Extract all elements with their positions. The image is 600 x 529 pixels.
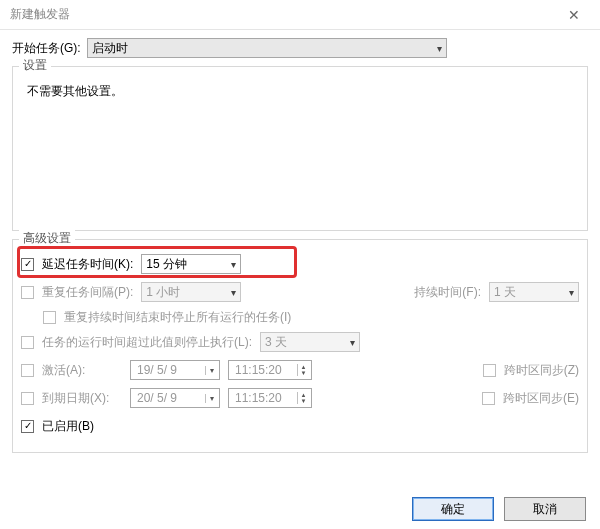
expire-tz-label: 跨时区同步(E) [503, 390, 579, 407]
activate-time-value: 11:15:20 [235, 363, 282, 377]
stop-after-row: 任务的运行时间超过此值则停止执行(L): 3 天 ▾ [21, 328, 579, 356]
time-spinner: ▲▼ [297, 364, 309, 376]
begin-task-row: 开始任务(G): 启动时 ▾ [12, 38, 588, 58]
cancel-button[interactable]: 取消 [504, 497, 586, 521]
advanced-group: 高级设置 延迟任务时间(K): 15 分钟 ▾ 重复任务间隔(P): 1 小时 … [12, 239, 588, 453]
stop-after-checkbox[interactable] [21, 336, 34, 349]
enabled-label: 已启用(B) [42, 418, 94, 435]
close-icon[interactable]: ✕ [556, 0, 592, 29]
expire-row: 到期日期(X): 20/ 5/ 9 ▾ 11:15:20 ▲▼ 跨时区同步(E) [21, 384, 579, 412]
expire-date: 20/ 5/ 9 ▾ [130, 388, 220, 408]
enabled-checkbox[interactable] [21, 420, 34, 433]
expire-tz-checkbox [482, 392, 495, 405]
delay-label: 延迟任务时间(K): [42, 256, 133, 273]
delay-row: 延迟任务时间(K): 15 分钟 ▾ [21, 250, 579, 278]
activate-date: 19/ 5/ 9 ▾ [130, 360, 220, 380]
repeat-stop-label: 重复持续时间结束时停止所有运行的任务(I) [64, 309, 291, 326]
repeat-label: 重复任务间隔(P): [42, 284, 133, 301]
expire-date-value: 20/ 5/ 9 [137, 391, 177, 405]
begin-task-value: 启动时 [92, 40, 128, 57]
activate-tz-checkbox [483, 364, 496, 377]
delay-value: 15 分钟 [146, 256, 187, 273]
chevron-down-icon: ▾ [225, 287, 236, 298]
settings-group-label: 设置 [19, 57, 51, 74]
activate-tz-label: 跨时区同步(Z) [504, 362, 579, 379]
activate-row: 激活(A): 19/ 5/ 9 ▾ 11:15:20 ▲▼ 跨时区同步(Z) [21, 356, 579, 384]
window-title: 新建触发器 [10, 6, 70, 23]
calendar-icon: ▾ [205, 366, 217, 375]
stop-after-label: 任务的运行时间超过此值则停止执行(L): [42, 334, 252, 351]
repeat-duration-label: 持续时间(F): [414, 284, 481, 301]
advanced-group-label: 高级设置 [19, 230, 75, 247]
ok-button[interactable]: 确定 [412, 497, 494, 521]
repeat-interval-combo: 1 小时 ▾ [141, 282, 241, 302]
expire-label: 到期日期(X): [42, 390, 122, 407]
repeat-duration-value: 1 天 [494, 284, 516, 301]
calendar-icon: ▾ [205, 394, 217, 403]
enabled-row: 已启用(B) [21, 412, 579, 440]
chevron-down-icon: ▾ [563, 287, 574, 298]
dialog-footer: 确定 取消 [412, 497, 586, 521]
activate-time: 11:15:20 ▲▼ [228, 360, 312, 380]
expire-time: 11:15:20 ▲▼ [228, 388, 312, 408]
chevron-down-icon: ▾ [431, 43, 442, 54]
settings-text: 不需要其他设置。 [23, 77, 577, 106]
repeat-checkbox[interactable] [21, 286, 34, 299]
chevron-down-icon: ▾ [225, 259, 236, 270]
stop-after-combo: 3 天 ▾ [260, 332, 360, 352]
expire-checkbox[interactable] [21, 392, 34, 405]
titlebar: 新建触发器 ✕ [0, 0, 600, 30]
repeat-stop-checkbox [43, 311, 56, 324]
begin-task-label: 开始任务(G): [12, 40, 81, 57]
delay-checkbox[interactable] [21, 258, 34, 271]
dialog-content: 开始任务(G): 启动时 ▾ 设置 不需要其他设置。 高级设置 延迟任务时间(K… [0, 30, 600, 453]
repeat-interval-value: 1 小时 [146, 284, 180, 301]
time-spinner: ▲▼ [297, 392, 309, 404]
activate-date-value: 19/ 5/ 9 [137, 363, 177, 377]
expire-time-value: 11:15:20 [235, 391, 282, 405]
repeat-row: 重复任务间隔(P): 1 小时 ▾ 持续时间(F): 1 天 ▾ [21, 278, 579, 306]
ok-button-label: 确定 [441, 501, 465, 518]
cancel-button-label: 取消 [533, 501, 557, 518]
repeat-duration-combo: 1 天 ▾ [489, 282, 579, 302]
delay-combo[interactable]: 15 分钟 ▾ [141, 254, 241, 274]
chevron-down-icon: ▾ [344, 337, 355, 348]
activate-label: 激活(A): [42, 362, 122, 379]
stop-after-value: 3 天 [265, 334, 287, 351]
settings-group: 设置 不需要其他设置。 [12, 66, 588, 231]
activate-checkbox[interactable] [21, 364, 34, 377]
repeat-stop-row: 重复持续时间结束时停止所有运行的任务(I) [21, 306, 579, 328]
begin-task-combo[interactable]: 启动时 ▾ [87, 38, 447, 58]
